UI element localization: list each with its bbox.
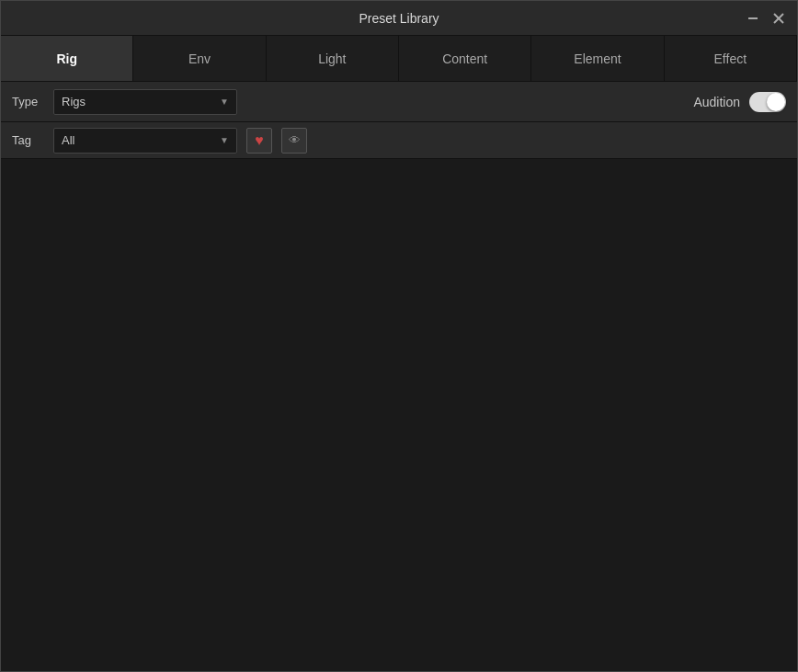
dropdown-arrow-icon: ▼ <box>220 97 229 107</box>
tab-rig[interactable]: Rig <box>1 36 133 81</box>
hide-filter-button[interactable]: 👁 <box>281 128 307 154</box>
audition-label: Audition <box>693 95 740 109</box>
minimize-button[interactable] <box>744 9 762 28</box>
tag-label: Tag <box>12 133 44 147</box>
heart-icon: ♥ <box>255 132 264 149</box>
tag-dropdown[interactable]: All ▼ <box>53 128 237 154</box>
eye-icon: 👁 <box>289 133 301 147</box>
toggle-knob <box>767 93 785 111</box>
title-bar-controls <box>744 9 788 28</box>
tab-element[interactable]: Element <box>531 36 664 81</box>
tab-content[interactable]: Content <box>399 36 531 81</box>
tab-light[interactable]: Light <box>267 36 399 81</box>
preset-library-window: Preset Library Rig Env Light Content Ele… <box>0 0 798 672</box>
svg-rect-0 <box>748 17 758 19</box>
window-title: Preset Library <box>359 11 439 26</box>
tab-bar: Rig Env Light Content Element Effect <box>1 36 797 82</box>
preset-grid-container[interactable] <box>1 159 797 671</box>
tag-row: Tag All ▼ ♥ 👁 <box>1 122 797 159</box>
type-label: Type <box>12 95 44 108</box>
favorite-filter-button[interactable]: ♥ <box>246 128 272 154</box>
title-bar: Preset Library <box>1 1 797 36</box>
tab-env[interactable]: Env <box>133 36 266 81</box>
audition-group: Audition <box>693 92 786 112</box>
close-button[interactable] <box>770 9 788 28</box>
type-dropdown[interactable]: Rigs ▼ <box>53 89 237 115</box>
tag-dropdown-arrow-icon: ▼ <box>220 135 229 145</box>
tab-effect[interactable]: Effect <box>665 36 797 81</box>
type-row: Type Rigs ▼ Audition <box>1 82 797 122</box>
audition-toggle[interactable] <box>749 92 786 112</box>
